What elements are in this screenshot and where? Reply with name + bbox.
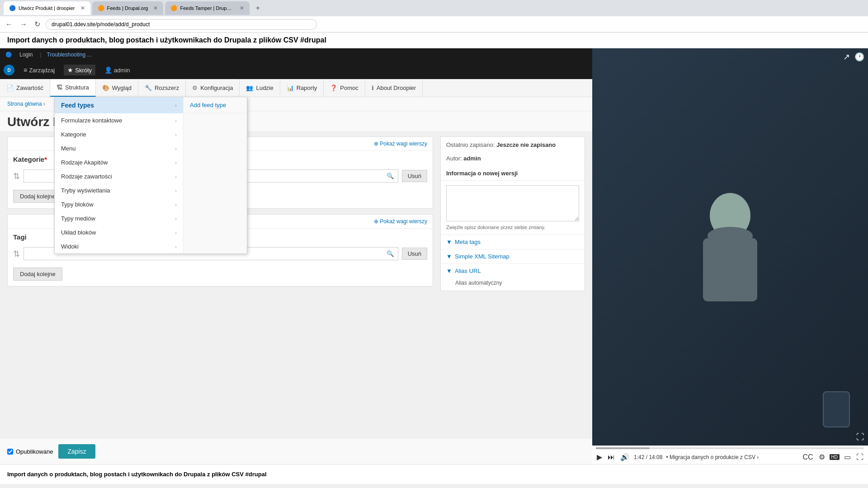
- browser-tab-tamper[interactable]: 🟠 Feeds Tamper | Drupal.org ✕: [165, 1, 250, 15]
- video-panel: ↗ 🕐 ⛶ ▶ ⏭ 🔊 1:42 / 14:08 • Migracja dany…: [592, 48, 868, 464]
- config-icon: ⚙: [192, 84, 198, 91]
- nav-content[interactable]: 📄 Zawartość: [0, 79, 50, 97]
- theater-button[interactable]: ▭: [843, 452, 852, 462]
- tab-label: Utwórz Produkt | droopier: [19, 5, 75, 11]
- fullscreen-button[interactable]: ⛶: [855, 452, 864, 462]
- nav-konfiguracja[interactable]: ⚙ Konfiguracja: [186, 79, 240, 97]
- published-checkbox[interactable]: [7, 449, 13, 455]
- tab-favicon-feeds: 🟠: [98, 5, 104, 11]
- dropdown-formularze[interactable]: Formularze kontaktowe ›: [55, 113, 183, 127]
- nav-pomoc[interactable]: ❓ Pomoc: [324, 79, 365, 97]
- reload-button[interactable]: ↻: [33, 18, 42, 30]
- progress-bar[interactable]: [596, 447, 864, 449]
- tagi-add-btn[interactable]: Dodaj kolejne: [13, 267, 62, 281]
- dropdown-menu[interactable]: Menu ›: [55, 141, 183, 155]
- new-version-textarea[interactable]: [446, 185, 579, 221]
- troubleshooting-button[interactable]: Troubleshooting ...: [47, 52, 92, 58]
- browser-tab-active[interactable]: 🔵 Utwórz Produkt | droopier ✕: [4, 1, 90, 15]
- typy-blokow-arrow: ›: [175, 202, 177, 207]
- browser-address-bar: ← → ↻: [0, 16, 868, 33]
- nav-struktura[interactable]: 🏗 Struktura: [50, 79, 96, 97]
- system-bar: 🔵 Login | Troubleshooting ...: [0, 48, 592, 61]
- toolbar-manage[interactable]: ≡ Zarządzaj: [20, 65, 58, 75]
- tab-label-tamper: Feeds Tamper | Drupal.org: [180, 5, 234, 11]
- tryby-arrow: ›: [175, 188, 177, 193]
- clock-icon: 🕐: [854, 52, 864, 62]
- back-button[interactable]: ←: [4, 19, 14, 30]
- dropdown-uklad[interactable]: Układ bloków ›: [55, 225, 183, 239]
- address-input[interactable]: [46, 19, 317, 30]
- breadcrumb-home[interactable]: Strona główna: [7, 101, 42, 107]
- drag-handle-tagi[interactable]: ⇅: [13, 249, 20, 259]
- author-value: admin: [463, 155, 481, 162]
- share-icon[interactable]: ↗: [843, 52, 850, 62]
- save-button[interactable]: Zapisz: [58, 444, 95, 459]
- yt-bottom-text: Import danych o produktach, blog postach…: [7, 471, 267, 478]
- quality-badge: HD: [830, 454, 840, 460]
- svg-point-2: [708, 227, 753, 245]
- tab-close-btn-2[interactable]: ✕: [153, 5, 158, 11]
- dropdown-tryby[interactable]: Tryby wyświetlania ›: [55, 183, 183, 197]
- main-layout: 🔵 Login | Troubleshooting ... D ≡ Zarząd…: [0, 48, 868, 464]
- tab-close-btn-3[interactable]: ✕: [240, 5, 244, 11]
- revision-widget: Ostatnio zapisano: Jeszcze nie zapisano …: [440, 136, 585, 291]
- chevron-down-icon-2: ▼: [446, 253, 452, 260]
- play-button[interactable]: ▶: [596, 452, 603, 462]
- reports-icon: 📊: [287, 84, 294, 91]
- akapity-arrow: ›: [175, 160, 177, 165]
- formularze-arrow: ›: [175, 118, 177, 123]
- meta-tags-toggle[interactable]: ▼ Meta tags: [441, 235, 585, 249]
- browser-tab-feeds[interactable]: 🟠 Feeds | Drupal.org ✕: [92, 1, 164, 15]
- toolbar-shortcuts[interactable]: ★ Skróty: [64, 65, 95, 75]
- hamburger-icon: ≡: [24, 66, 27, 74]
- settings-button[interactable]: ⚙: [818, 452, 826, 462]
- dropdown-typy-blokow[interactable]: Typy bloków ›: [55, 197, 183, 211]
- volume-button[interactable]: 🔊: [619, 452, 630, 462]
- time-display: 1:42 / 14:08: [634, 454, 662, 460]
- drupal-toolbar: D ≡ Zarządzaj ★ Skróty 👤 admin: [0, 61, 592, 79]
- bottom-area: Opublikowane Zapisz: [0, 439, 592, 464]
- dropdown-zawartosci[interactable]: Rodzaje zawartości ›: [55, 169, 183, 183]
- add-feed-type-link[interactable]: Add feed type: [184, 97, 247, 113]
- drupal-nav: 📄 Zawartość 🏗 Struktura 🎨 Wygląd 🔧 Rozsz…: [0, 79, 592, 97]
- drupal-area: 🔵 Login | Troubleshooting ... D ≡ Zarząd…: [0, 48, 592, 464]
- login-button[interactable]: Login: [18, 50, 34, 60]
- required-star: *: [44, 155, 47, 163]
- buffered-bar: [596, 447, 650, 449]
- kategorie-remove-btn[interactable]: Usuń: [402, 170, 427, 182]
- subtitles-button[interactable]: CC: [802, 452, 814, 462]
- tab-favicon-tamper: 🟠: [170, 5, 177, 11]
- nav-raporty[interactable]: 📊 Raporty: [280, 79, 324, 97]
- tagi-search-btn[interactable]: 🔍: [383, 248, 398, 260]
- drag-handle-kategorie[interactable]: ⇅: [13, 171, 20, 181]
- simple-xml-toggle[interactable]: ▼ Simple XML Sitemap: [441, 249, 585, 263]
- dropdown-kategorie[interactable]: Kategorie ›: [55, 127, 183, 141]
- author-label: Autor:: [446, 155, 462, 162]
- dropdown-feed-types[interactable]: Feed types ›: [55, 97, 183, 113]
- fullscreen-icon[interactable]: ⛶: [856, 432, 864, 442]
- last-saved-label: Ostatnio zapisano:: [446, 141, 495, 148]
- youtube-title: Import danych o produktach, blog postach…: [0, 33, 868, 48]
- nav-wyglad[interactable]: 🎨 Wygląd: [96, 79, 138, 97]
- dropdown-akapity[interactable]: Rodzaje Akapitów ›: [55, 155, 183, 169]
- tab-label-feeds: Feeds | Drupal.org: [107, 5, 148, 11]
- alias-url-toggle[interactable]: ▼ Alias URL: [441, 263, 585, 278]
- chevron-down-icon-3: ▼: [446, 267, 452, 274]
- video-description[interactable]: • Migracja danych o produkcie z CSV ›: [666, 454, 798, 460]
- tagi-remove-btn[interactable]: Usuń: [402, 248, 427, 260]
- new-tab-btn[interactable]: +: [251, 2, 264, 14]
- dropdown-typy-mediow[interactable]: Typy mediów ›: [55, 211, 183, 225]
- svg-rect-1: [703, 238, 757, 301]
- toolbar-admin[interactable]: 👤 admin: [101, 65, 133, 75]
- kategorie-search-btn[interactable]: 🔍: [383, 170, 398, 182]
- dropdown-widoki[interactable]: Widoki ›: [55, 239, 183, 253]
- next-button[interactable]: ⏭: [607, 452, 616, 462]
- forward-button[interactable]: →: [18, 19, 29, 30]
- published-checkbox-label[interactable]: Opublikowane: [7, 448, 53, 455]
- last-saved-value: Jeszcze nie zapisano: [496, 141, 556, 148]
- video-controls: ▶ ⏭ 🔊 1:42 / 14:08 • Migracja danych o p…: [592, 446, 868, 464]
- nav-ludzie[interactable]: 👥 Ludzie: [240, 79, 280, 97]
- nav-rozszerz[interactable]: 🔧 Rozszerz: [138, 79, 186, 97]
- tab-close-btn[interactable]: ✕: [80, 5, 85, 11]
- nav-about[interactable]: ℹ About Droopier: [365, 79, 423, 97]
